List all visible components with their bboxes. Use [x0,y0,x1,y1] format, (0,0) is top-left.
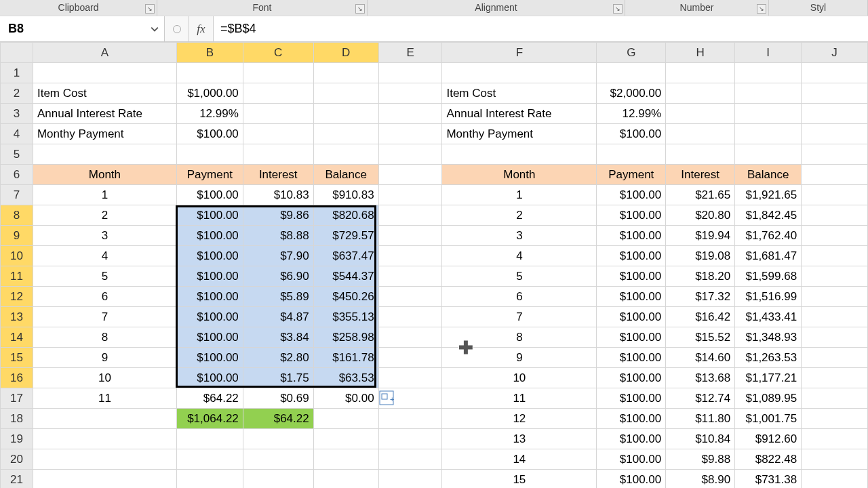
cell-G11[interactable]: $100.00 [597,266,666,287]
cell-G7[interactable]: $100.00 [597,185,666,205]
cell-G4[interactable]: $100.00 [597,124,666,144]
row-header-10[interactable]: 10 [1,246,33,266]
cell-B19[interactable] [176,429,243,449]
cell-E18[interactable] [378,409,442,429]
cell-D15[interactable]: $161.78 [313,348,378,368]
cell-I1[interactable] [735,63,802,83]
cell-D1[interactable] [313,63,378,83]
column-header-H[interactable]: H [666,43,735,63]
row-header-13[interactable]: 13 [1,307,33,327]
cell-F17[interactable]: 11 [442,388,597,409]
cell-F20[interactable]: 14 [442,449,597,470]
cell-J8[interactable] [802,205,868,226]
cell-I8[interactable]: $1,842.45 [735,205,802,226]
cell-I9[interactable]: $1,762.40 [735,226,802,246]
cell-E5[interactable] [378,144,442,165]
cell-J1[interactable] [802,63,868,83]
column-header-C[interactable]: C [243,43,313,63]
cell-G6[interactable]: Payment [597,165,666,185]
cell-I2[interactable] [735,83,802,104]
cell-B3[interactable]: 12.99% [176,104,243,124]
dialog-launcher-icon[interactable]: ↘ [355,4,365,14]
ribbon-group-number[interactable]: Number ↘ [625,0,769,16]
cell-D8[interactable]: $820.68 [313,205,378,226]
cell-D21[interactable] [313,470,378,489]
cell-G20[interactable]: $100.00 [597,449,666,470]
formula-input[interactable] [214,16,868,41]
row-header-21[interactable]: 21 [1,470,33,489]
cell-A14[interactable]: 8 [33,327,176,348]
cell-B9[interactable]: $100.00 [176,226,243,246]
cell-H14[interactable]: $15.52 [666,327,735,348]
cell-J11[interactable] [802,266,868,287]
cell-E15[interactable] [378,348,442,368]
cell-E14[interactable] [378,327,442,348]
cell-F16[interactable]: 10 [442,368,597,388]
ribbon-group-alignment[interactable]: Alignment ↘ [368,0,625,16]
cell-F9[interactable]: 3 [442,226,597,246]
cell-F1[interactable] [442,63,597,83]
cell-B12[interactable]: $100.00 [176,287,243,307]
cell-E10[interactable] [378,246,442,266]
cell-H7[interactable]: $21.65 [666,185,735,205]
cell-A19[interactable] [33,429,176,449]
cell-B13[interactable]: $100.00 [176,307,243,327]
row-header-18[interactable]: 18 [1,409,33,429]
column-header-F[interactable]: F [442,43,597,63]
cell-D12[interactable]: $450.26 [313,287,378,307]
cell-J13[interactable] [802,307,868,327]
cell-C14[interactable]: $3.84 [243,327,313,348]
cell-H17[interactable]: $12.74 [666,388,735,409]
cell-A5[interactable] [33,144,176,165]
cell-F5[interactable] [442,144,597,165]
cell-J18[interactable] [802,409,868,429]
cell-A18[interactable] [33,409,176,429]
cell-C17[interactable]: $0.69 [243,388,313,409]
column-header-I[interactable]: I [735,43,802,63]
cell-B20[interactable] [176,449,243,470]
autofill-options-icon[interactable]: + [379,390,394,405]
cell-H15[interactable]: $14.60 [666,348,735,368]
cell-C16[interactable]: $1.75 [243,368,313,388]
cell-D18[interactable] [313,409,378,429]
cell-F8[interactable]: 2 [442,205,597,226]
cell-H8[interactable]: $20.80 [666,205,735,226]
cell-E21[interactable] [378,470,442,489]
cell-B15[interactable]: $100.00 [176,348,243,368]
cell-E19[interactable] [378,429,442,449]
cell-B4[interactable]: $100.00 [176,124,243,144]
cell-E2[interactable] [378,83,442,104]
cell-B8[interactable]: $100.00 [176,205,243,226]
cell-C11[interactable]: $6.90 [243,266,313,287]
cell-J9[interactable] [802,226,868,246]
cell-C6[interactable]: Interest [243,165,313,185]
cell-G13[interactable]: $100.00 [597,307,666,327]
cell-A1[interactable] [33,63,176,83]
cell-I20[interactable]: $822.48 [735,449,802,470]
cell-A21[interactable] [33,470,176,489]
cell-B18[interactable]: $1,064.22 [176,409,243,429]
column-header-E[interactable]: E [378,43,442,63]
cell-F13[interactable]: 7 [442,307,597,327]
cell-B7[interactable]: $100.00 [176,185,243,205]
cell-H3[interactable] [666,104,735,124]
cell-F21[interactable]: 15 [442,470,597,489]
cell-I13[interactable]: $1,433.41 [735,307,802,327]
cell-H2[interactable] [666,83,735,104]
ribbon-group-font[interactable]: Font ↘ [157,0,368,16]
cell-A15[interactable]: 9 [33,348,176,368]
cell-D5[interactable] [313,144,378,165]
cell-E4[interactable] [378,124,442,144]
cell-D2[interactable] [313,83,378,104]
cell-I5[interactable] [735,144,802,165]
dialog-launcher-icon[interactable]: ↘ [145,4,155,14]
cell-G2[interactable]: $2,000.00 [597,83,666,104]
cell-H18[interactable]: $11.80 [666,409,735,429]
cell-A16[interactable]: 10 [33,368,176,388]
column-header-J[interactable]: J [802,43,868,63]
cell-J19[interactable] [802,429,868,449]
cell-D7[interactable]: $910.83 [313,185,378,205]
cell-I6[interactable]: Balance [735,165,802,185]
cell-I12[interactable]: $1,516.99 [735,287,802,307]
row-header-1[interactable]: 1 [1,63,33,83]
